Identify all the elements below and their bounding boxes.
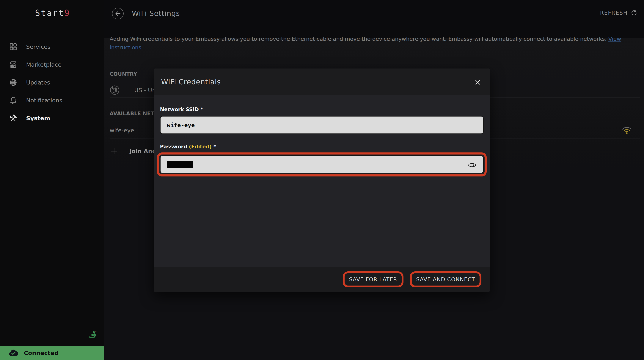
main-area: WiFi Settings REFRESH Adding WiFi creden… (104, 0, 644, 360)
connection-status-label: Connected (24, 350, 58, 356)
edited-tag: (Edited) (189, 144, 212, 150)
ssid-label-text: Network SSID (160, 106, 199, 112)
modal-header: WiFi Credentials (154, 68, 490, 95)
password-field-label: Password (Edited) * (160, 144, 484, 150)
grid-icon (9, 42, 18, 51)
sidebar-item-notifications[interactable]: Notifications (0, 91, 104, 109)
password-masked-value (167, 161, 193, 168)
storefront-icon (9, 60, 18, 69)
wifi-credentials-modal: WiFi Credentials Network SSID * wife-eye… (154, 68, 490, 292)
globe-icon (9, 78, 18, 87)
sidebar-nav: Services Marketplace (0, 38, 104, 127)
sidebar-item-label: Marketplace (26, 61, 62, 68)
sidebar-item-label: Services (26, 43, 50, 50)
sidebar-item-system[interactable]: System (0, 109, 104, 127)
sidebar: Start9 Services (0, 0, 104, 360)
modal-footer: SAVE FOR LATER SAVE AND CONNECT (154, 267, 490, 292)
sidebar-item-label: System (26, 115, 50, 122)
save-and-connect-highlight-ring: SAVE AND CONNECT (410, 271, 482, 287)
sidebar-item-services[interactable]: Services (0, 38, 104, 56)
connection-status-bar: Connected (0, 346, 104, 360)
modal-title: WiFi Credentials (161, 78, 221, 86)
ssid-input-value: wife-eye (167, 122, 195, 128)
sidebar-item-updates[interactable]: Updates (0, 74, 104, 91)
cloud-check-icon (8, 349, 18, 357)
modal-body: Network SSID * wife-eye Password (Edited… (154, 95, 490, 267)
save-and-connect-button[interactable]: SAVE AND CONNECT (412, 273, 480, 286)
close-button[interactable] (474, 78, 482, 86)
screen: Start9 Services (0, 0, 644, 360)
password-label-text: Password (160, 144, 187, 150)
sidebar-item-marketplace[interactable]: Marketplace (0, 56, 104, 74)
save-for-later-highlight-ring: SAVE FOR LATER (343, 271, 404, 287)
password-highlight-ring (157, 153, 487, 177)
close-icon (475, 79, 481, 85)
sidebar-item-label: Notifications (26, 97, 62, 104)
ssid-field-label: Network SSID * (160, 106, 484, 112)
logo-text: Start (35, 8, 64, 18)
start9-logo: Start9 (35, 8, 70, 18)
ssid-input[interactable]: wife-eye (160, 116, 484, 134)
eye-icon[interactable] (468, 162, 476, 168)
save-for-later-button[interactable]: SAVE FOR LATER (344, 273, 402, 286)
bell-icon (9, 96, 18, 105)
sidebar-item-label: Updates (26, 79, 50, 86)
required-asterisk: * (200, 106, 203, 112)
logo-accent: 9 (64, 8, 70, 18)
snake-icon (87, 329, 97, 339)
required-asterisk: * (214, 144, 216, 150)
hammer-wrench-icon (9, 114, 18, 123)
password-input[interactable] (160, 156, 484, 174)
